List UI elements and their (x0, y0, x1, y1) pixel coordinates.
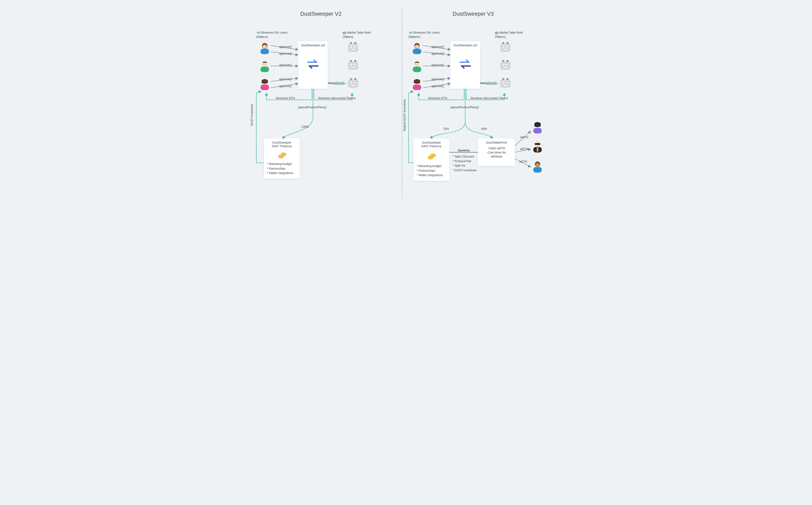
receives-eth-label: Receives ETH (276, 96, 295, 101)
approve-label: approve() (279, 77, 292, 81)
svg-rect-50 (501, 44, 510, 51)
approve-label: approve() (431, 84, 444, 89)
svg-point-35 (354, 78, 356, 80)
svg-point-64 (506, 78, 509, 80)
svg-point-53 (502, 46, 505, 48)
svg-point-28 (350, 60, 352, 62)
receives-tokens-label: Receives discounted Tokens (318, 96, 356, 101)
svg-rect-27 (349, 62, 358, 69)
title-v2: DustSweeper V2 (300, 11, 342, 17)
svg-point-23 (354, 42, 356, 44)
svg-point-36 (350, 81, 353, 84)
svg-point-51 (502, 42, 504, 44)
approve-label: approve() (431, 63, 444, 67)
svg-rect-73 (533, 128, 542, 134)
svg-point-65 (502, 81, 505, 84)
treasury-title: DustSweeper DAO Treasury (413, 139, 449, 148)
svg-rect-61 (503, 67, 508, 68)
user-icon (411, 78, 423, 91)
weth-label: wETH (520, 135, 528, 140)
stakepool-lines: -Claim wETH -Cool down for withdraw (478, 146, 515, 159)
svg-rect-15 (260, 49, 269, 54)
svg-rect-38 (351, 85, 356, 86)
contract-title: DustSweeper.sol (298, 41, 328, 47)
svg-point-60 (506, 64, 508, 66)
svg-rect-20 (260, 85, 269, 90)
svg-point-59 (502, 64, 505, 66)
svg-rect-44 (413, 49, 421, 54)
approve-label: approve() (279, 51, 292, 56)
svg-point-66 (506, 81, 508, 84)
weth-label: wETH (519, 160, 527, 164)
pct30-label: 30% (481, 127, 487, 131)
svg-point-54 (506, 46, 508, 48)
svg-point-25 (354, 46, 356, 48)
stakepool-title: DustStakePool (478, 139, 515, 144)
stakepool-card: DustStakePool -Claim wETH -Cool down for… (478, 139, 515, 166)
pct100-label: 100% (301, 125, 309, 129)
svg-point-63 (502, 78, 504, 80)
bot-emoji-icon: 🤖 (343, 31, 346, 34)
svg-rect-18 (260, 66, 269, 72)
user-icon (259, 60, 271, 73)
svg-point-34 (350, 78, 352, 80)
svg-rect-26 (351, 49, 356, 50)
svg-rect-77 (537, 147, 538, 152)
dust-incentives-label-v2: DUST incentives (250, 104, 254, 126)
contract-title: DustSweeper.sol (450, 41, 480, 47)
svg-point-24 (350, 46, 353, 48)
svg-rect-32 (351, 67, 356, 68)
user-icon (532, 141, 544, 153)
dust-incentives-label-v3: Staked DUST incentives (403, 99, 407, 131)
svg-rect-47 (413, 66, 421, 72)
receives-eth-label: Receives ETH (428, 96, 447, 101)
approve-label: approve() (431, 77, 444, 81)
makers-header-v2: 🐳 Ethereum OG Users (Makers) (256, 31, 287, 39)
svg-rect-21 (349, 44, 358, 51)
svg-point-29 (354, 60, 356, 62)
svg-point-58 (506, 60, 509, 62)
user-icon (411, 60, 423, 73)
coins-icon (278, 151, 286, 160)
whale-icon: 🐳 (256, 31, 260, 34)
pct70-label: 70% (443, 127, 449, 131)
svg-point-16 (263, 45, 267, 48)
svg-point-71 (430, 154, 436, 156)
approve-label: approve() (431, 51, 444, 56)
governs-bullets: * Taker Discount * Protocol Fee * Split … (452, 154, 477, 173)
user-icon (411, 42, 423, 55)
svg-point-57 (502, 60, 504, 62)
treasury-bullets-v2: * Marketing budget * Partnerships * Wall… (267, 162, 293, 176)
bot-icon (499, 59, 512, 71)
svg-point-52 (506, 42, 509, 44)
title-v3: DustSweeper V3 (452, 11, 494, 17)
svg-point-31 (354, 64, 356, 66)
whale-icon: 🐳 (409, 31, 412, 34)
svg-rect-55 (503, 49, 508, 50)
bot-icon (347, 77, 360, 89)
svg-rect-62 (501, 80, 510, 87)
svg-rect-49 (413, 85, 421, 90)
treasury-title: DustSweeper DAO Treasury (264, 139, 300, 148)
approve-label: approve() (279, 84, 292, 89)
bot-icon (499, 41, 512, 53)
svg-point-80 (536, 163, 540, 166)
payout-label: payoutProtocolFees() (450, 105, 479, 110)
svg-point-30 (350, 64, 353, 66)
governs-label: Governs (458, 148, 470, 153)
swap-icon (459, 59, 471, 70)
svg-rect-33 (349, 80, 358, 87)
vertical-divider (402, 8, 402, 198)
approve-label: approve() (279, 45, 292, 49)
approve-label: approve() (279, 63, 292, 67)
svg-point-42 (281, 153, 286, 155)
svg-point-22 (350, 42, 352, 44)
user-icon (532, 161, 544, 173)
svg-point-37 (354, 81, 356, 84)
treasury-bullets-v3: * Marketing budget * Partnerships * Wall… (417, 164, 443, 178)
svg-point-45 (415, 45, 419, 48)
makers-header-v3: 🐳 Ethereum OG Users (Makers) (409, 31, 440, 39)
takers-header-v2: 🤖 Market Taker Bots (Takers) (343, 31, 371, 39)
bot-icon (499, 77, 512, 89)
svg-rect-67 (503, 85, 508, 86)
